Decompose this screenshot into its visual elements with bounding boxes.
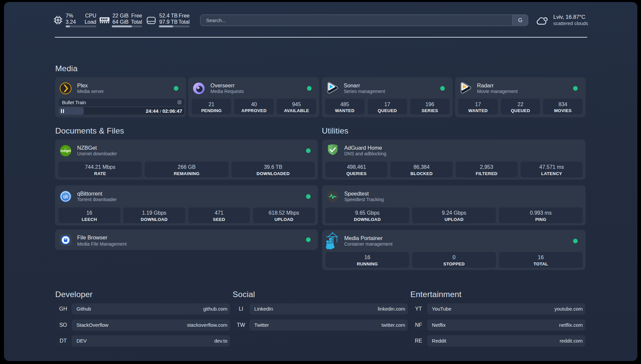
svg-text:nzbget: nzbget: [60, 149, 71, 153]
svg-text:qb: qb: [63, 194, 68, 199]
